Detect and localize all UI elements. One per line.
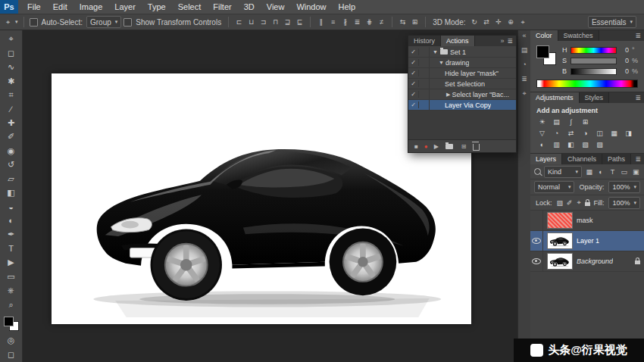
zoom-tool[interactable]: ⌕ — [2, 298, 20, 311]
create-new-set-icon[interactable] — [445, 144, 453, 149]
check-icon[interactable]: ✓ — [408, 101, 419, 108]
lock-position-icon[interactable]: ⌖ — [576, 198, 583, 207]
align-horizontal-centers-icon[interactable]: ⊒ — [283, 17, 292, 27]
menu-filter[interactable]: Filter — [207, 0, 237, 14]
workspace-switcher[interactable]: Essentials ▾ — [588, 16, 636, 28]
action-step-row[interactable]: ✓ Set Selection — [408, 79, 516, 89]
color-balance-icon[interactable]: ⇄ — [565, 129, 577, 138]
filter-pixel-layers-icon[interactable]: ▦ — [585, 168, 593, 176]
3d-rotate-icon[interactable]: ↻ — [470, 17, 480, 27]
3d-roll-icon[interactable]: ⇄ — [482, 17, 492, 27]
menu-window[interactable]: Window — [290, 0, 332, 14]
caret-down-icon[interactable]: ▼ — [439, 60, 444, 65]
threshold-icon[interactable]: ◧ — [565, 140, 577, 149]
check-icon[interactable]: ✓ — [408, 91, 419, 98]
dialog-toggle[interactable] — [419, 58, 430, 67]
saturation-value[interactable]: 0 — [620, 57, 629, 64]
distribute-horizontal-centers-icon[interactable]: ⋕ — [364, 17, 374, 27]
align-top-edges-icon[interactable]: ⊓ — [270, 17, 280, 27]
layer-name[interactable]: Background — [577, 257, 613, 265]
background-thumbnail[interactable] — [547, 253, 573, 270]
auto-select-checkbox[interactable] — [30, 18, 38, 27]
play-selection-icon[interactable]: ▶ — [434, 143, 439, 150]
gradient-map-icon[interactable]: ▧ — [580, 140, 591, 149]
brightness-contrast-icon[interactable]: ☀ — [536, 117, 548, 126]
tab-color[interactable]: Color — [530, 30, 558, 41]
auto-align-layers-icon[interactable]: ⇆ — [398, 17, 408, 27]
filter-adjustment-layers-icon[interactable]: ◐ — [596, 168, 605, 176]
photo-filter-icon[interactable]: ◫ — [594, 129, 605, 138]
tab-actions[interactable]: Actions — [441, 36, 475, 46]
eraser-tool[interactable]: ▱ — [2, 172, 20, 185]
check-icon[interactable]: ✓ — [408, 59, 419, 66]
mask-layer-thumbnail[interactable] — [547, 212, 573, 229]
hue-saturation-icon[interactable]: ◔ — [551, 129, 562, 138]
auto-select-target-dropdown[interactable]: Group ▾ — [86, 16, 121, 28]
lasso-tool[interactable]: ∿ — [2, 61, 20, 73]
layer-name[interactable]: Layer 1 — [577, 237, 599, 245]
layer-row-mask[interactable]: mask — [530, 211, 644, 231]
blend-mode-dropdown[interactable]: Normal ▾ — [534, 181, 574, 193]
collapsed-panel-icon-1[interactable]: ▤ — [521, 46, 528, 54]
filter-kind-dropdown[interactable]: Kind ▾ — [544, 166, 582, 178]
saturation-slider[interactable] — [571, 58, 617, 64]
selective-color-icon[interactable]: ▨ — [594, 140, 605, 149]
layer-name[interactable]: mask — [577, 217, 593, 224]
quick-mask-button[interactable]: ◎ — [2, 334, 20, 347]
collapsed-panel-icon-2[interactable]: ◔ — [522, 61, 526, 68]
layer-row-layer1[interactable]: Layer 1 — [530, 231, 644, 251]
3d-drag-icon[interactable]: ✛ — [494, 17, 504, 27]
hue-slider[interactable] — [571, 47, 617, 54]
expand-panels-icon[interactable]: « — [522, 32, 526, 39]
align-vertical-centers-icon[interactable]: ⊔ — [246, 17, 256, 27]
arrange-icon[interactable]: ⊞ — [410, 17, 420, 27]
color-spectrum-ramp[interactable] — [536, 80, 638, 88]
3d-slide-icon[interactable]: ⊕ — [506, 17, 516, 27]
levels-icon[interactable]: ▤ — [551, 117, 562, 126]
visibility-toggle[interactable] — [530, 251, 543, 271]
tab-paths[interactable]: Paths — [602, 154, 631, 164]
action-row-set[interactable]: ✓ ▼ Set 1 — [408, 47, 516, 58]
action-row-action[interactable]: ✓ ▼ drawing — [408, 58, 516, 68]
foreground-background-swatches[interactable] — [536, 45, 556, 65]
blur-tool[interactable]: ◒ — [2, 200, 20, 213]
invert-icon[interactable]: ◐ — [536, 140, 548, 149]
rectangular-marquee-tool[interactable]: ◻ — [2, 46, 20, 59]
exposure-icon[interactable]: ⊞ — [580, 117, 591, 126]
align-left-edges-icon[interactable]: ⊏ — [234, 17, 244, 27]
stop-playing-icon[interactable]: ■ — [414, 143, 418, 150]
foreground-color-swatch[interactable] — [536, 45, 549, 58]
vibrance-icon[interactable]: ▽ — [536, 129, 548, 138]
filter-smart-objects-icon[interactable]: ▣ — [632, 168, 640, 176]
menu-view[interactable]: View — [261, 0, 291, 14]
menu-image[interactable]: Image — [73, 0, 109, 14]
dialog-toggle[interactable] — [419, 68, 430, 78]
collapsed-panel-icon-4[interactable]: ⌖ — [522, 89, 526, 98]
menu-select[interactable]: Select — [172, 0, 208, 14]
filter-shape-layers-icon[interactable]: ▭ — [620, 168, 628, 176]
caret-down-icon[interactable]: ▼ — [433, 49, 438, 55]
pen-tool[interactable]: ✒ — [2, 228, 20, 241]
lock-transparency-icon[interactable]: ▨ — [557, 199, 564, 207]
move-tool[interactable]: ⌖ — [2, 33, 20, 45]
menu-file[interactable]: File — [21, 0, 47, 14]
channel-mixer-icon[interactable]: ▦ — [608, 129, 620, 138]
rectangle-tool[interactable]: ▭ — [2, 270, 20, 282]
distribute-bottom-edges-icon[interactable]: ∦ — [340, 17, 350, 27]
spot-healing-brush-tool[interactable]: ✚ — [2, 117, 20, 130]
begin-recording-icon[interactable]: ● — [424, 143, 428, 150]
menu-layer[interactable]: Layer — [108, 0, 142, 14]
type-tool[interactable]: T — [2, 242, 20, 255]
distribute-left-edges-icon[interactable]: ≣ — [352, 17, 362, 27]
tab-channels[interactable]: Channels — [562, 154, 602, 164]
quick-selection-tool[interactable]: ✱ — [2, 74, 20, 87]
brush-tool[interactable]: ✐ — [2, 130, 20, 143]
history-brush-tool[interactable]: ↺ — [2, 158, 20, 171]
fill-dropdown[interactable]: 100% ▾ — [608, 197, 640, 209]
delete-icon[interactable] — [473, 144, 480, 151]
distribute-vertical-centers-icon[interactable]: ≡ — [328, 17, 338, 27]
opacity-dropdown[interactable]: 100% ▾ — [608, 181, 640, 193]
menu-help[interactable]: Help — [333, 0, 362, 14]
foreground-color-swatch[interactable] — [4, 317, 14, 326]
eyedropper-tool[interactable]: ∕ — [2, 102, 20, 115]
